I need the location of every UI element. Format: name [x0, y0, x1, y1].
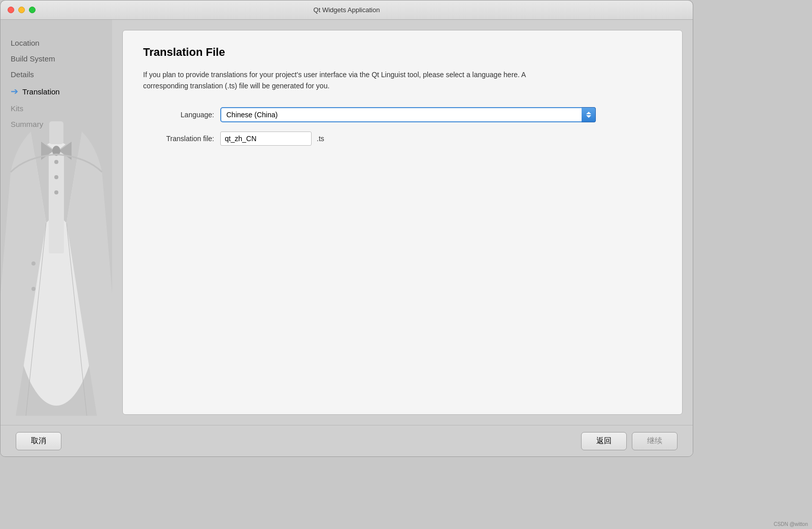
- content-panel: Translation File If you plan to provide …: [122, 30, 683, 415]
- sidebar-item-location[interactable]: Location: [1, 35, 112, 51]
- bottom-bar: 取消 返回 继续: [1, 425, 693, 456]
- build-system-label: Build System: [11, 54, 55, 63]
- panel-description: If you plan to provide translations for …: [143, 69, 559, 92]
- cancel-button[interactable]: 取消: [16, 432, 61, 450]
- language-select[interactable]: Chinese (China) None English (United Sta…: [220, 107, 596, 122]
- details-label: Details: [11, 70, 34, 79]
- kits-label: Kits: [11, 104, 23, 113]
- window-title: Qt Widgets Application: [314, 6, 380, 14]
- maximize-button[interactable]: [29, 7, 36, 13]
- sidebar-item-summary[interactable]: Summary: [1, 116, 112, 132]
- select-arrow-button[interactable]: [582, 107, 596, 122]
- sidebar-item-build-system[interactable]: Build System: [1, 51, 112, 67]
- arrow-up-icon: [586, 112, 591, 114]
- summary-label: Summary: [11, 120, 43, 128]
- window-controls: [8, 7, 36, 13]
- title-bar: Qt Widgets Application: [1, 1, 693, 20]
- svg-point-11: [31, 287, 36, 291]
- language-select-wrapper: Chinese (China) None English (United Sta…: [220, 107, 596, 122]
- svg-point-4: [54, 175, 58, 179]
- main-area: Location Build System Details ➔ Translat…: [1, 20, 693, 425]
- active-arrow-icon: ➔: [11, 86, 18, 97]
- sidebar-navigation: Location Build System Details ➔ Translat…: [1, 20, 112, 132]
- content-area: Translation File If you plan to provide …: [112, 20, 693, 425]
- location-label: Location: [11, 39, 40, 47]
- svg-rect-2: [49, 152, 64, 253]
- arrow-down-icon: [586, 115, 591, 118]
- svg-point-3: [54, 160, 58, 164]
- sidebar-item-kits[interactable]: Kits: [1, 101, 112, 116]
- translation-file-input-group: .ts: [220, 131, 324, 146]
- next-button[interactable]: 继续: [632, 432, 678, 450]
- translation-file-input[interactable]: [220, 131, 312, 146]
- bottom-left-buttons: 取消: [16, 432, 61, 450]
- sidebar-item-details[interactable]: Details: [1, 67, 112, 82]
- close-button[interactable]: [8, 7, 14, 13]
- svg-point-5: [54, 190, 58, 194]
- panel-title: Translation File: [143, 46, 662, 59]
- bottom-right-buttons: 返回 继续: [581, 432, 678, 450]
- sidebar-item-translation[interactable]: ➔ Translation: [1, 82, 112, 101]
- translation-file-row: Translation file: .ts: [143, 131, 662, 146]
- translation-label: Translation: [22, 87, 60, 96]
- minimize-button[interactable]: [18, 7, 25, 13]
- language-row: Language: Chinese (China) None English (…: [143, 107, 662, 122]
- file-extension: .ts: [317, 135, 324, 143]
- language-label: Language:: [143, 111, 214, 119]
- svg-point-10: [31, 261, 36, 266]
- back-button[interactable]: 返回: [581, 432, 627, 450]
- sidebar: Location Build System Details ➔ Translat…: [1, 20, 112, 425]
- translation-file-label: Translation file:: [143, 135, 214, 143]
